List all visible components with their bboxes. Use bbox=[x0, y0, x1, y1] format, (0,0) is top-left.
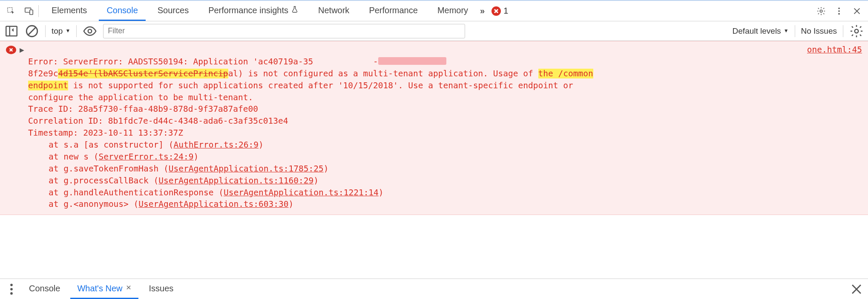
svg-point-6 bbox=[838, 13, 840, 15]
console-error-message: ▶ one.html:45Error: ServerError: AADSTS5… bbox=[0, 41, 868, 215]
console-messages[interactable]: ▶ one.html:45Error: ServerError: AADSTS5… bbox=[0, 41, 868, 279]
tab-label: Performance bbox=[369, 6, 418, 15]
drawer-tab-console[interactable]: Console bbox=[22, 279, 67, 299]
close-drawer-icon[interactable] bbox=[849, 282, 864, 296]
expand-toggle-icon[interactable]: ▶ bbox=[20, 46, 26, 53]
svg-point-4 bbox=[838, 7, 840, 9]
divider bbox=[795, 25, 795, 37]
tab-label: Performance insights bbox=[208, 6, 288, 15]
svg-point-10 bbox=[855, 29, 859, 33]
tab-label: Console bbox=[29, 284, 60, 293]
stack-frame: at s.a [as constructor] (AuthError.ts:26… bbox=[28, 139, 862, 151]
live-expression-eye-icon[interactable] bbox=[83, 24, 97, 38]
stack-source-link[interactable]: UserAgentApplication.ts:1221:14 bbox=[224, 188, 379, 197]
error-icon bbox=[491, 6, 501, 16]
stack-source-link[interactable]: ServerError.ts:24:9 bbox=[98, 152, 193, 162]
svg-point-13 bbox=[10, 292, 13, 295]
highlight: the /common bbox=[538, 69, 593, 78]
divider bbox=[843, 25, 843, 37]
svg-rect-2 bbox=[30, 10, 33, 15]
tab-sources[interactable]: Sources bbox=[150, 1, 196, 21]
filter-input[interactable] bbox=[103, 24, 465, 38]
stack-source-link[interactable]: UserAgentApplication.ts:1160:29 bbox=[158, 176, 313, 186]
redacted-region bbox=[378, 57, 446, 65]
stack-frame: at new s (ServerError.ts:24:9) bbox=[28, 151, 862, 163]
tab-label: Network bbox=[318, 6, 349, 15]
tab-elements[interactable]: Elements bbox=[44, 1, 95, 21]
svg-point-3 bbox=[820, 10, 822, 12]
svg-point-12 bbox=[10, 288, 13, 290]
tab-memory[interactable]: Memory bbox=[430, 1, 476, 21]
levels-label: Default levels bbox=[733, 26, 781, 36]
devtools-tabstrip: Elements Console Sources Performance ins… bbox=[0, 1, 868, 21]
clear-console-icon[interactable] bbox=[25, 24, 39, 38]
panel-tabs: Elements Console Sources Performance ins… bbox=[44, 1, 476, 21]
svg-rect-7 bbox=[6, 26, 17, 36]
chevron-down-icon: ▼ bbox=[65, 28, 70, 34]
context-label: top bbox=[52, 26, 63, 36]
stack-frame: at g.saveTokenFromHash (UserAgentApplica… bbox=[28, 163, 862, 175]
close-tab-icon[interactable] bbox=[126, 284, 132, 292]
tab-label: Memory bbox=[437, 6, 468, 15]
close-devtools-icon[interactable] bbox=[848, 3, 865, 20]
svg-point-11 bbox=[10, 284, 13, 286]
stack-source-link[interactable]: AuthError.ts:26:9 bbox=[174, 140, 259, 150]
stack-source-link[interactable]: UserAgentApplication.ts:1785:25 bbox=[169, 164, 324, 174]
device-toolbar-icon[interactable] bbox=[20, 3, 37, 20]
issues-summary[interactable]: No Issues bbox=[801, 26, 837, 36]
tab-performance-insights[interactable]: Performance insights bbox=[201, 1, 306, 21]
divider bbox=[76, 25, 77, 37]
message-text: one.html:45Error: ServerError: AADSTS501… bbox=[28, 44, 862, 210]
console-settings-gear-icon[interactable] bbox=[849, 24, 864, 38]
execution-context-selector[interactable]: top ▼ bbox=[52, 26, 70, 36]
tab-label: Issues bbox=[149, 284, 173, 293]
tab-performance[interactable]: Performance bbox=[361, 1, 425, 21]
divider bbox=[45, 25, 46, 37]
stack-source-link[interactable]: UserAgentApplication.ts:603:30 bbox=[138, 199, 288, 209]
tab-label: Sources bbox=[158, 6, 189, 15]
tab-network[interactable]: Network bbox=[310, 1, 357, 21]
kebab-menu-icon[interactable] bbox=[4, 282, 19, 296]
settings-gear-icon[interactable] bbox=[813, 3, 830, 20]
tabs-overflow-button[interactable]: » bbox=[477, 6, 486, 16]
error-icon bbox=[6, 46, 16, 54]
tab-label: Console bbox=[106, 6, 138, 15]
drawer-tab-whats-new[interactable]: What's New bbox=[70, 279, 138, 299]
drawer-tabstrip: Console What's New Issues bbox=[0, 279, 868, 299]
divider bbox=[38, 5, 39, 17]
inspect-element-icon[interactable] bbox=[3, 3, 20, 20]
svg-point-9 bbox=[88, 29, 92, 33]
stack-frame: at g.processCallBack (UserAgentApplicati… bbox=[28, 175, 862, 187]
stack-frame: at g.handleAuthenticationResponse (UserA… bbox=[28, 187, 862, 199]
kebab-menu-icon[interactable] bbox=[831, 3, 848, 20]
chevron-down-icon: ▼ bbox=[784, 28, 789, 34]
toggle-sidebar-icon[interactable] bbox=[4, 24, 19, 38]
log-levels-dropdown[interactable]: Default levels ▼ bbox=[733, 26, 789, 36]
tab-console[interactable]: Console bbox=[99, 1, 145, 21]
highlight: endpoint bbox=[28, 81, 68, 90]
error-count-badge[interactable]: 1 bbox=[491, 6, 508, 16]
svg-point-5 bbox=[838, 10, 840, 12]
flask-icon bbox=[291, 6, 299, 15]
error-count: 1 bbox=[503, 6, 508, 16]
drawer-tab-issues[interactable]: Issues bbox=[142, 279, 180, 299]
console-toolbar: top ▼ Default levels ▼ No Issues bbox=[0, 21, 868, 41]
source-link[interactable]: one.html:45 bbox=[807, 44, 862, 56]
stack-frame: at g.<anonymous> (UserAgentApplication.t… bbox=[28, 198, 862, 210]
highlight: 4d154e'(lbAKSClusterServicePrincip bbox=[58, 69, 228, 78]
tab-label: What's New bbox=[77, 284, 122, 293]
tab-label: Elements bbox=[52, 6, 87, 15]
